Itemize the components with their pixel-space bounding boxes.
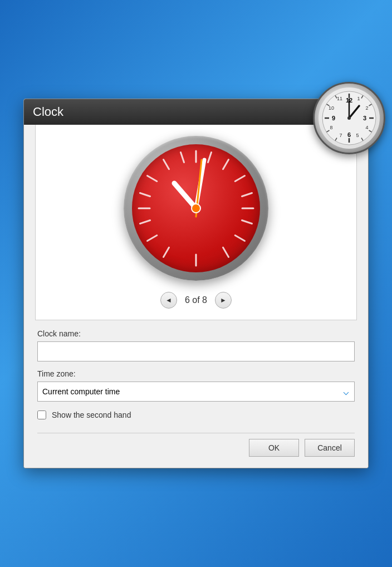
svg-text:2: 2	[365, 105, 368, 111]
page-label: 6 of 8	[185, 295, 207, 305]
svg-point-49	[192, 204, 200, 213]
svg-line-35	[242, 193, 252, 197]
svg-line-33	[208, 153, 212, 163]
svg-text:7: 7	[339, 133, 342, 138]
svg-line-34	[235, 176, 244, 182]
svg-text:10: 10	[329, 105, 334, 111]
svg-line-32	[223, 160, 229, 169]
svg-line-45	[242, 221, 252, 224]
svg-line-44	[140, 221, 150, 224]
svg-line-41	[223, 247, 229, 257]
svg-line-38	[164, 160, 169, 169]
dialog-footer: OK Cancel	[37, 433, 355, 457]
svg-point-27	[347, 116, 351, 120]
next-button[interactable]: ►	[215, 292, 232, 309]
svg-text:4: 4	[365, 125, 368, 130]
corner-clock-face: 12 3 6 9 1 2 4 5 7 8 10 11	[318, 87, 380, 149]
corner-clock: 12 3 6 9 1 2 4 5 7 8 10 11	[313, 82, 385, 154]
second-hand-row: Show the second hand	[37, 410, 355, 419]
svg-line-37	[148, 236, 157, 241]
clock-name-label: Clock name:	[37, 329, 355, 338]
time-zone-dropdown-container: Current computer time UTC Eastern Time C…	[37, 382, 355, 402]
time-zone-select[interactable]: Current computer time UTC Eastern Time C…	[37, 382, 355, 402]
svg-text:11: 11	[337, 96, 342, 101]
dialog-body: ◄ 6 of 8 ► Clock name: Time zone: Curren…	[24, 125, 368, 468]
svg-line-40	[235, 236, 244, 241]
big-clock-face	[132, 144, 260, 272]
corner-clock-svg: 12 3 6 9 1 2 4 5 7 8 10 11	[321, 90, 377, 146]
show-second-hand-checkbox[interactable]	[37, 410, 46, 419]
time-zone-label: Time zone:	[37, 369, 355, 378]
big-clock-svg	[132, 144, 260, 272]
svg-text:1: 1	[357, 96, 360, 101]
svg-text:9: 9	[332, 115, 335, 121]
clock-preview-area: ◄ 6 of 8 ►	[35, 125, 357, 320]
ok-button[interactable]: OK	[249, 439, 299, 457]
svg-text:8: 8	[330, 125, 332, 130]
show-second-hand-label: Show the second hand	[52, 410, 131, 419]
svg-line-39	[181, 153, 184, 163]
pagination: ◄ 6 of 8 ►	[160, 292, 232, 309]
svg-text:3: 3	[363, 115, 366, 121]
svg-line-43	[140, 193, 150, 197]
prev-button[interactable]: ◄	[160, 292, 177, 309]
clock-name-input[interactable]	[37, 341, 355, 361]
dialog-wrapper: 12 3 6 9 1 2 4 5 7 8 10 11	[23, 99, 369, 468]
form-section: Clock name: Time zone: Current computer …	[35, 329, 357, 457]
cancel-button[interactable]: Cancel	[305, 439, 355, 457]
svg-text:5: 5	[356, 133, 359, 138]
svg-text:6: 6	[347, 131, 351, 138]
clock-dialog: Clock	[23, 99, 369, 468]
svg-line-36	[164, 247, 169, 257]
big-clock	[124, 136, 268, 281]
dialog-title: Clock	[33, 105, 63, 119]
svg-line-42	[148, 176, 157, 182]
